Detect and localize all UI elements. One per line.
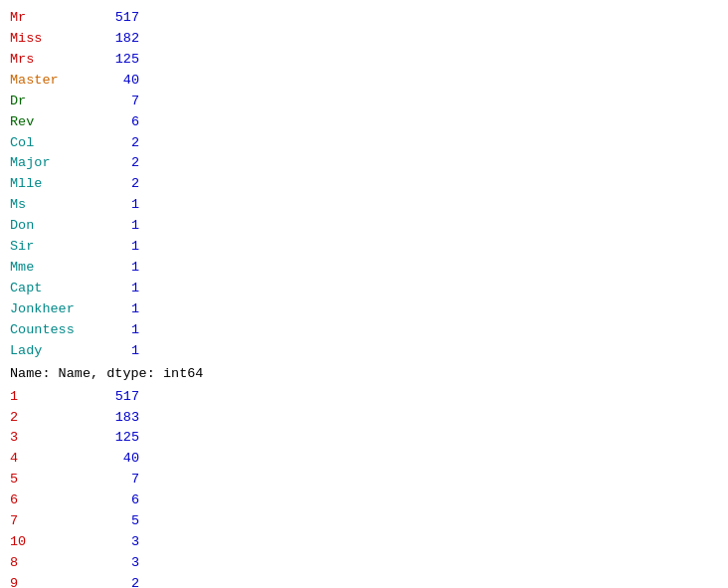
label-value-row: Dr7 [10, 92, 718, 112]
row-label: Don [10, 216, 99, 237]
row-value: 1 [99, 279, 139, 299]
label-value-row: Master40 [10, 71, 718, 92]
row-label: Miss [10, 29, 99, 50]
row-value: 183 [99, 408, 139, 429]
index-value-row: 92 [10, 574, 718, 588]
row-index: 10 [10, 532, 99, 553]
row-label: Mr [10, 8, 99, 29]
row-label: Mrs [10, 50, 99, 71]
row-index: 8 [10, 553, 99, 574]
index-rows: 1517218331254405766751038392 [10, 387, 718, 588]
row-value: 2 [99, 574, 139, 588]
index-value-row: 57 [10, 470, 718, 490]
row-label: Mme [10, 258, 99, 279]
row-value: 2 [99, 133, 139, 154]
dtype-line: Name: Name, dtype: int64 [10, 364, 718, 385]
label-value-row: Major2 [10, 153, 718, 174]
row-value: 40 [99, 71, 139, 92]
row-label: Countess [10, 320, 99, 341]
index-value-row: 103 [10, 532, 718, 553]
row-index: 7 [10, 511, 99, 532]
label-value-row: Rev6 [10, 112, 718, 133]
row-label: Capt [10, 279, 99, 299]
label-value-row: Mrs125 [10, 50, 718, 71]
row-label: Jonkheer [10, 299, 99, 320]
row-value: 182 [99, 29, 139, 50]
label-value-row: Mme1 [10, 258, 718, 279]
row-label: Mlle [10, 174, 99, 195]
row-value: 1 [99, 216, 139, 237]
row-label: Major [10, 153, 99, 174]
label-value-row: Don1 [10, 216, 718, 237]
row-label: Dr [10, 92, 99, 112]
label-value-row: Countess1 [10, 320, 718, 341]
row-value: 3 [99, 532, 139, 553]
row-label: Rev [10, 112, 99, 133]
label-value-row: Lady1 [10, 341, 718, 362]
label-value-row: Sir1 [10, 237, 718, 258]
label-value-row: Jonkheer1 [10, 299, 718, 320]
index-value-row: 66 [10, 490, 718, 511]
label-value-row: Ms1 [10, 195, 718, 216]
label-value-row: Miss182 [10, 29, 718, 50]
row-label: Master [10, 71, 99, 92]
label-value-row: Capt1 [10, 279, 718, 299]
row-value: 125 [99, 50, 139, 71]
index-value-row: 1517 [10, 387, 718, 408]
row-index: 3 [10, 428, 99, 449]
index-value-row: 83 [10, 553, 718, 574]
row-value: 517 [99, 387, 139, 408]
row-value: 1 [99, 299, 139, 320]
row-value: 40 [99, 449, 139, 470]
row-value: 2 [99, 153, 139, 174]
label-value-row: Mlle2 [10, 174, 718, 195]
row-value: 125 [99, 428, 139, 449]
row-value: 517 [99, 8, 139, 29]
row-index: 2 [10, 408, 99, 429]
row-value: 7 [99, 92, 139, 112]
row-value: 1 [99, 195, 139, 216]
row-label: Sir [10, 237, 99, 258]
index-value-row: 440 [10, 449, 718, 470]
row-index: 5 [10, 470, 99, 490]
row-value: 3 [99, 553, 139, 574]
row-index: 1 [10, 387, 99, 408]
row-value: 1 [99, 258, 139, 279]
index-value-row: 75 [10, 511, 718, 532]
index-value-row: 3125 [10, 428, 718, 449]
row-value: 7 [99, 470, 139, 490]
row-value: 5 [99, 511, 139, 532]
label-value-row: Col2 [10, 133, 718, 154]
row-index: 4 [10, 449, 99, 470]
row-value: 1 [99, 237, 139, 258]
row-index: 6 [10, 490, 99, 511]
row-value: 2 [99, 174, 139, 195]
row-label: Ms [10, 195, 99, 216]
row-value: 6 [99, 490, 139, 511]
data-output: Mr517Miss182Mrs125Master40Dr7Rev6Col2Maj… [10, 8, 718, 588]
row-value: 1 [99, 320, 139, 341]
row-label: Col [10, 133, 99, 154]
row-label: Lady [10, 341, 99, 362]
index-value-row: 2183 [10, 408, 718, 429]
row-value: 6 [99, 112, 139, 133]
label-value-row: Mr517 [10, 8, 718, 29]
label-rows: Mr517Miss182Mrs125Master40Dr7Rev6Col2Maj… [10, 8, 718, 362]
row-value: 1 [99, 341, 139, 362]
row-index: 9 [10, 574, 99, 588]
